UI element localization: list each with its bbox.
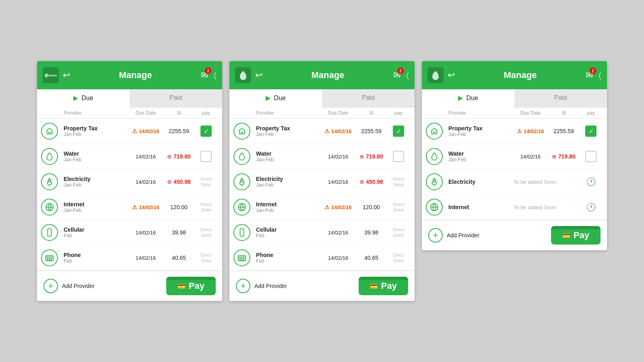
amount: 40.65	[356, 255, 386, 261]
clock-icon: 🕐	[586, 177, 596, 187]
pay-cell[interactable]	[386, 151, 411, 162]
bill-row: Water Jan-Feb 14/02/16 ⊕ 719.80	[37, 144, 222, 169]
amount: 120.00	[356, 204, 386, 210]
panel-panel1: emenu ↩ Manage ✉ 2 〈 ▶ Due Paid Pr	[37, 61, 222, 301]
pay-checkbox-checked[interactable]: ✓	[393, 125, 404, 137]
tab-due[interactable]: ▶ Due	[422, 89, 514, 108]
amount: 2255.59	[164, 128, 194, 134]
col-amount-label: ₪	[549, 110, 579, 116]
due-date: ⚠ 14/02/16	[128, 204, 164, 210]
panels-container: emenu ↩ Manage ✉ 2 〈 ▶ Due Paid Pr	[25, 49, 619, 313]
back-icon[interactable]: ↩	[255, 70, 262, 80]
tab-due[interactable]: ▶ Due	[229, 89, 322, 108]
bill-name: Property Tax	[256, 125, 320, 132]
due-date: 14/02/16	[320, 255, 356, 261]
pay-cell[interactable]	[194, 151, 218, 162]
pay-cell[interactable]: DirectDebit	[194, 252, 218, 264]
due-date: 14/02/16	[128, 230, 164, 236]
col-provider-label: Provider	[64, 110, 128, 116]
header-title: Manage	[262, 70, 393, 80]
pay-cell[interactable]: DirectDebit	[194, 202, 218, 213]
tab-arrow-icon: ▶	[266, 95, 272, 101]
mail-button[interactable]: ✉ 2	[586, 70, 593, 80]
pay-button[interactable]: 💳 Pay	[359, 277, 408, 295]
back-icon[interactable]: ↩	[63, 70, 70, 80]
tab-paid[interactable]: Paid	[130, 89, 222, 108]
pay-cell[interactable]: DirectDebit	[194, 227, 218, 239]
bill-period: Feb	[256, 258, 320, 264]
pay-cell[interactable]	[579, 151, 603, 162]
pay-cell[interactable]: ✓	[386, 125, 411, 137]
tab-paid[interactable]: Paid	[322, 89, 415, 108]
due-date: 14/02/16	[512, 154, 549, 160]
due-date: 14/02/16	[128, 154, 164, 160]
pay-cell[interactable]: DirectDebit	[386, 176, 411, 188]
mail-button[interactable]: ✉ 2	[201, 70, 208, 80]
header-left: emenu ↩	[43, 67, 70, 83]
bill-period: Jan-Feb	[256, 208, 320, 213]
due-date: ⚠ 14/02/16	[512, 128, 549, 134]
amount: 2255.59	[549, 128, 579, 134]
direct-debit-label: DirectDebit	[393, 252, 405, 264]
pay-cell[interactable]: DirectDebit	[386, 252, 411, 264]
mail-badge: 2	[590, 68, 596, 74]
pay-card-icon: 💳	[562, 232, 570, 239]
pay-checkbox-empty[interactable]	[585, 151, 597, 162]
direct-debit-label: DirectDebit	[393, 176, 405, 188]
add-circle-icon: +	[428, 228, 443, 243]
col-duedate-label: Due Date	[320, 110, 356, 116]
bill-row: Property Tax Jan-Feb ⚠ 14/02/16 2255.59 …	[37, 119, 222, 144]
bill-row: Water Jan-Feb 14/02/16 ⊕ 719.80	[229, 144, 415, 169]
tab-due[interactable]: ▶ Due	[37, 89, 130, 108]
pay-button[interactable]: 💳 Pay	[166, 277, 216, 295]
pay-checkbox-empty[interactable]	[200, 151, 212, 162]
panel-panel3: ↩ Manage ✉ 2 〈 ▶ Due Paid Provider	[422, 61, 607, 250]
pay-checkbox-empty[interactable]	[393, 151, 404, 162]
share-icon[interactable]: 〈	[214, 71, 217, 80]
add-circle-icon: +	[236, 279, 250, 293]
add-provider-button[interactable]: + Add Provider	[236, 279, 287, 293]
pay-cell[interactable]: DirectDebit	[194, 176, 218, 188]
svg-point-10	[49, 258, 50, 259]
mail-button[interactable]: ✉ 2	[393, 70, 400, 80]
pay-card-icon: 💳	[370, 282, 378, 290]
share-icon[interactable]: 〈	[599, 71, 601, 80]
panel-body: Provider Due Date ₪ pay Property Tax Jan…	[229, 108, 415, 271]
logo-icon	[427, 67, 444, 83]
bill-icon-globe	[41, 199, 58, 216]
pay-cell[interactable]: 🕐	[579, 202, 603, 212]
bill-icon-drop	[233, 148, 250, 165]
pay-checkbox-checked[interactable]: ✓	[585, 125, 597, 137]
bill-icon-house	[233, 123, 250, 140]
header-left: ↩	[235, 67, 262, 83]
amount: ⊕ 719.80	[549, 153, 579, 160]
pay-cell[interactable]: DirectDebit	[386, 202, 411, 213]
bill-row: Cellular Feb 14/02/16 39.98 DirectDebit	[229, 220, 415, 245]
panel-footer: + Add Provider 💳 Pay	[37, 271, 222, 301]
pay-cell[interactable]: 🕐	[579, 177, 603, 187]
pay-cell[interactable]: ✓	[194, 125, 218, 137]
share-icon[interactable]: 〈	[406, 71, 409, 80]
tab-bar: ▶ Due Paid	[422, 89, 607, 108]
mail-badge: 2	[397, 68, 404, 74]
pay-checkbox-checked[interactable]: ✓	[200, 125, 212, 137]
add-provider-label: Add Provider	[447, 232, 479, 239]
table-header: Provider Due Date ₪ pay	[37, 108, 222, 119]
bill-period: Jan-Feb	[64, 157, 128, 162]
bill-icon-drop	[41, 148, 58, 165]
add-provider-button[interactable]: + Add Provider	[43, 279, 95, 293]
bill-info: Water Jan-Feb	[448, 150, 512, 162]
svg-point-28	[242, 260, 242, 261]
bill-icon-tel	[41, 249, 58, 266]
pay-cell[interactable]: DirectDebit	[386, 227, 411, 239]
tab-paid[interactable]: Paid	[514, 89, 607, 108]
bill-period: Jan-Feb	[448, 132, 512, 137]
svg-point-14	[51, 260, 52, 261]
pay-button[interactable]: 💳 Pay	[551, 226, 601, 245]
col-provider-label: Provider	[448, 110, 512, 116]
direct-debit-label: DirectDebit	[200, 227, 212, 239]
soon-text-cell: To be added Soon	[514, 179, 579, 185]
add-provider-button[interactable]: + Add Provider	[428, 228, 479, 243]
pay-cell[interactable]: ✓	[579, 125, 603, 137]
back-icon[interactable]: ↩	[448, 70, 455, 80]
